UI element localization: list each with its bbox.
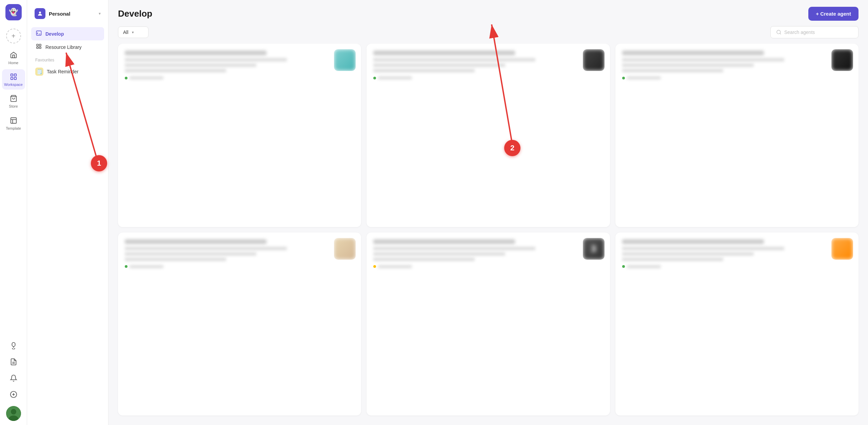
- status-text-blur: [627, 76, 661, 79]
- card-title-blur: [125, 51, 267, 55]
- agent-card[interactable]: 3: [367, 233, 610, 416]
- card-text-blur: [373, 258, 475, 261]
- task-reminder-label: Task Reminder: [47, 69, 78, 74]
- user-avatar[interactable]: [6, 406, 21, 421]
- nav-develop[interactable]: Develop: [31, 27, 104, 40]
- task-reminder-icon: 🗒️: [35, 68, 43, 76]
- sidebar-item-template[interactable]: Template: [2, 113, 25, 133]
- agent-card[interactable]: [367, 44, 610, 227]
- logo-button[interactable]: 👻: [5, 4, 22, 20]
- svg-rect-0: [11, 74, 13, 76]
- nav-resource-library[interactable]: Resource Library: [31, 40, 104, 54]
- hook-icon: [9, 341, 18, 350]
- card-content: [622, 51, 852, 79]
- card-text-blur: [125, 69, 226, 72]
- workspace-icon: [9, 72, 18, 81]
- card-status-row: [125, 76, 327, 79]
- card-text-blur: [622, 258, 724, 261]
- card-avatar: [583, 49, 605, 71]
- nav-task-reminder[interactable]: 🗒️ Task Reminder: [31, 64, 104, 79]
- svg-rect-21: [37, 47, 38, 49]
- chevron-down-icon: ▾: [99, 11, 101, 16]
- status-dot: [125, 265, 127, 268]
- card-content: [125, 239, 354, 268]
- card-content: [622, 239, 852, 268]
- card-status-row: [622, 265, 825, 268]
- search-icon: [776, 30, 782, 35]
- card-title-blur: [373, 51, 515, 55]
- card-avatar: [831, 49, 853, 71]
- develop-label: Develop: [45, 31, 64, 37]
- card-content: [125, 51, 354, 79]
- card-text-blur: [622, 58, 784, 61]
- svg-rect-19: [37, 44, 38, 46]
- card-status-row: [373, 76, 576, 79]
- search-box: [770, 26, 859, 38]
- sidebar-item-bell[interactable]: [2, 371, 25, 386]
- card-title-blur: [622, 51, 764, 55]
- add-button[interactable]: +: [6, 29, 21, 43]
- user-menu-icon: [35, 8, 45, 19]
- main-content: Develop + Create agent All ▾: [108, 0, 868, 425]
- workspace-label: Workspace: [4, 82, 23, 87]
- svg-rect-1: [14, 74, 16, 76]
- cards-grid: 3: [108, 44, 868, 425]
- card-text-blur: [125, 258, 226, 261]
- card-avatar: [334, 49, 356, 71]
- card-status-row: [125, 265, 327, 268]
- agent-card[interactable]: [615, 233, 859, 416]
- store-icon: [9, 94, 18, 103]
- template-icon: [9, 116, 18, 125]
- template-label: Template: [6, 126, 21, 131]
- svg-line-24: [780, 33, 781, 34]
- card-title-blur: [622, 239, 764, 244]
- status-dot: [125, 77, 127, 79]
- status-text-blur: [627, 265, 661, 268]
- filter-chevron-icon: ▾: [132, 30, 134, 35]
- agent-card[interactable]: [118, 233, 361, 416]
- status-text-blur: [130, 265, 163, 268]
- agent-card[interactable]: [615, 44, 859, 227]
- sidebar-item-home[interactable]: Home: [2, 48, 25, 68]
- card-text-blur: [125, 247, 287, 250]
- favourites-section-label: Favourites: [31, 54, 104, 64]
- filter-dropdown[interactable]: All ▾: [118, 26, 149, 38]
- page-title: Develop: [118, 8, 152, 19]
- card-title-blur: [125, 239, 267, 244]
- user-menu-toggle[interactable]: Personal ▾: [31, 5, 104, 22]
- card-text-blur: [622, 247, 784, 250]
- sidebar-item-store[interactable]: Store: [2, 91, 25, 111]
- svg-rect-2: [11, 77, 13, 79]
- card-avatar: [334, 238, 356, 260]
- card-status-row: [622, 76, 825, 79]
- card-text-blur: [622, 252, 754, 256]
- agent-card[interactable]: [118, 44, 361, 227]
- card-text-blur: [373, 252, 505, 256]
- create-agent-button[interactable]: + Create agent: [808, 7, 859, 21]
- card-text-blur: [125, 252, 256, 256]
- card-text-blur: [373, 247, 535, 250]
- nav-panel: Personal ▾ Develop Resource Library Favo…: [27, 0, 108, 425]
- svg-point-16: [39, 12, 41, 14]
- svg-rect-5: [11, 117, 16, 123]
- sidebar-item-hook[interactable]: [2, 338, 25, 353]
- card-status-row: [373, 265, 576, 268]
- svg-rect-22: [39, 47, 41, 49]
- card-avatar: 3: [583, 238, 605, 260]
- sidebar-item-workspace[interactable]: Workspace: [2, 69, 25, 90]
- card-avatar: [831, 238, 853, 260]
- status-dot: [373, 77, 376, 79]
- status-text-blur: [378, 76, 412, 79]
- ghost-icon: 👻: [9, 8, 18, 17]
- home-icon: [9, 50, 18, 60]
- sidebar-item-doc[interactable]: [2, 354, 25, 369]
- toolbar: All ▾: [108, 25, 868, 44]
- card-text-blur: [125, 63, 256, 67]
- card-content: [373, 239, 603, 268]
- sidebar-item-upload[interactable]: [2, 387, 25, 402]
- status-dot: [622, 77, 625, 79]
- icon-sidebar: 👻 + Home Workspace: [0, 0, 27, 425]
- user-label: Personal: [49, 11, 95, 17]
- search-input[interactable]: [784, 30, 852, 35]
- card-text-blur: [622, 63, 754, 67]
